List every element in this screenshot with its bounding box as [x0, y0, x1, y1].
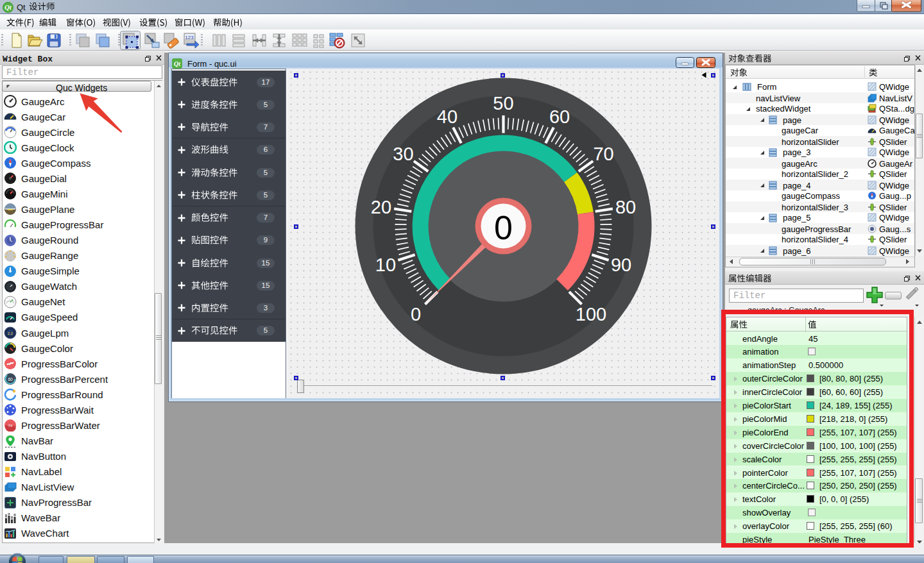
- svg-text:60: 60: [8, 377, 13, 382]
- svg-text:123: 123: [185, 35, 194, 40]
- svg-text:74: 74: [8, 424, 13, 428]
- svg-text:10: 10: [375, 255, 396, 275]
- svg-text:0: 0: [494, 209, 513, 246]
- svg-text:30: 30: [393, 144, 413, 164]
- svg-text:Qt: Qt: [174, 60, 181, 67]
- svg-text:60: 60: [549, 106, 570, 127]
- svg-text:50: 50: [493, 93, 513, 113]
- svg-text:20: 20: [371, 197, 391, 217]
- svg-text:40: 40: [437, 106, 458, 127]
- svg-text:70: 70: [593, 144, 613, 164]
- svg-text:2.2: 2.2: [8, 332, 13, 335]
- svg-text:100: 100: [576, 304, 606, 324]
- svg-text:80: 80: [615, 197, 636, 217]
- svg-text:0: 0: [411, 304, 421, 324]
- svg-text:Qt: Qt: [4, 4, 12, 11]
- svg-text:90: 90: [611, 255, 631, 275]
